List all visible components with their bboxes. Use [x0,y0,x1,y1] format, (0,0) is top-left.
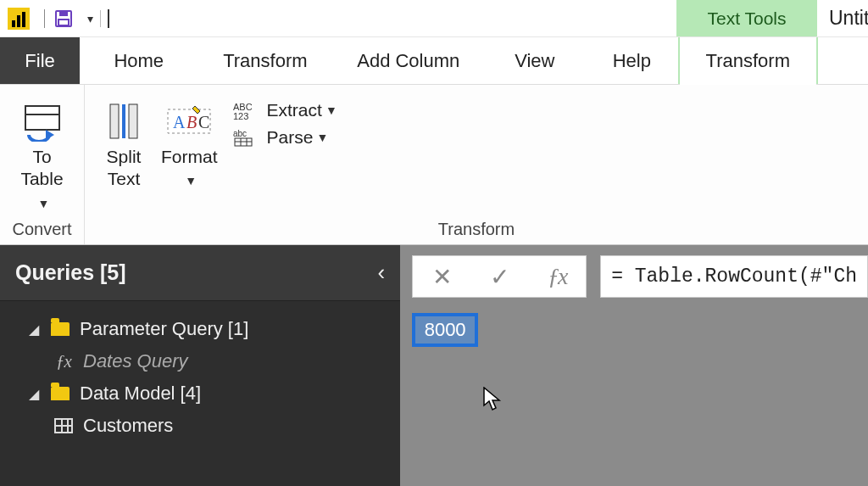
tree-folder-parameter-query[interactable]: ◢ Parameter Query [1] [0,313,400,345]
qat-separator [44,9,45,28]
tree-item-dates-query[interactable]: ƒx Dates Query [0,345,400,377]
fx-icon: ƒx [51,351,76,372]
ribbon-group-transform: SplitText A B C Format▼ ABC123 [85,85,868,244]
to-table-button[interactable]: ToTable ▼ [10,93,74,216]
qat-caret [108,9,109,28]
extract-label: Extract [267,100,322,120]
format-icon: A B C [164,97,214,146]
formula-bar-row: ✕ ✓ ƒx = Table.RowCount(#"Ch [412,255,868,298]
ribbon-group-convert: ToTable ▼ Convert [0,85,85,244]
queries-panel: Queries [5] ‹ ◢ Parameter Query [1] ƒx D… [0,245,400,486]
svg-rect-5 [110,104,119,138]
svg-text:123: 123 [233,111,248,120]
folder-icon [47,387,73,400]
chevron-down-icon: ▼ [326,103,337,117]
svg-text:B: B [186,113,197,131]
parse-label: Parse [267,127,314,148]
tree-twisty-icon[interactable]: ◢ [24,321,44,338]
tree-label: Dates Query [83,350,188,372]
split-text-label-1: Split [107,147,142,166]
svg-text:A: A [173,113,186,131]
svg-rect-7 [122,104,125,138]
split-text-label-2: Text [108,169,141,188]
tree-folder-data-model[interactable]: ◢ Data Model [4] [0,377,400,410]
svg-rect-1 [59,11,68,16]
tab-transform[interactable]: Transform [198,37,332,84]
to-table-icon [20,97,64,146]
svg-rect-6 [129,104,137,138]
tree-twisty-icon[interactable]: ◢ [24,386,44,402]
fx-icon[interactable]: ƒx [548,263,566,290]
app-logo [7,7,31,31]
tree-item-customers[interactable]: Customers [0,410,400,442]
chevron-down-icon: ▼ [38,197,50,210]
ribbon-tab-row: File Home Transform Add Column View Help… [0,37,868,85]
tab-file[interactable]: File [0,37,80,84]
result-value-cell[interactable]: 8000 [412,313,478,347]
split-text-button[interactable]: SplitText [95,93,153,194]
extract-icon: ABC123 [231,100,267,120]
tree-label: Data Model [4] [80,383,201,405]
context-tool-header: Text Tools [676,0,817,36]
parse-icon: abc [231,127,267,148]
to-table-label-2: Table [20,169,63,188]
ribbon-group-label-transform: Transform [95,218,858,239]
tab-add-column[interactable]: Add Column [332,37,484,84]
collapse-queries-icon[interactable]: ‹ [377,260,385,286]
cancel-formula-button[interactable]: ✕ [432,263,452,291]
table-icon [51,418,76,433]
split-text-icon [103,97,144,146]
title-bar: ▾ Text Tools Untit [0,0,868,37]
document-title: Untit [829,0,868,36]
data-area: ✕ ✓ ƒx = Table.RowCount(#"Ch 8000 [400,245,868,486]
format-label: Format [161,147,218,166]
extract-button[interactable]: ABC123 Extract ▼ [226,97,342,124]
tab-view[interactable]: View [484,37,585,84]
to-table-label-1: To [32,147,51,166]
svg-text:C: C [198,113,209,131]
tab-text-tools-transform[interactable]: Transform [678,37,818,84]
queries-header: Queries [5] ‹ [0,245,400,301]
ribbon: ToTable ▼ Convert SplitText [0,85,868,245]
lower-pane: Queries [5] ‹ ◢ Parameter Query [1] ƒx D… [0,245,868,486]
format-button[interactable]: A B C Format▼ [153,93,226,194]
formula-bar-controls: ✕ ✓ ƒx [412,255,587,298]
parse-button[interactable]: abc Parse ▼ [226,124,342,151]
queries-title: Queries [5] [15,260,126,285]
ribbon-group-label-convert: Convert [10,218,74,239]
chevron-down-icon: ▼ [316,131,328,144]
chevron-down-icon: ▼ [185,174,197,187]
tab-home[interactable]: Home [80,37,198,84]
tab-help[interactable]: Help [586,37,678,84]
svg-text:abc: abc [233,129,247,138]
qat-divider [100,10,101,27]
tree-label: Parameter Query [1] [80,318,248,340]
queries-tree: ◢ Parameter Query [1] ƒx Dates Query ◢ D… [0,301,400,442]
svg-rect-2 [58,20,69,25]
tree-label: Customers [83,415,173,437]
qat-customize-dropdown[interactable]: ▾ [87,12,93,25]
folder-icon [47,322,73,336]
svg-rect-3 [25,106,59,130]
save-button[interactable] [52,7,75,31]
commit-formula-button[interactable]: ✓ [490,263,509,291]
formula-input[interactable]: = Table.RowCount(#"Ch [600,255,868,298]
